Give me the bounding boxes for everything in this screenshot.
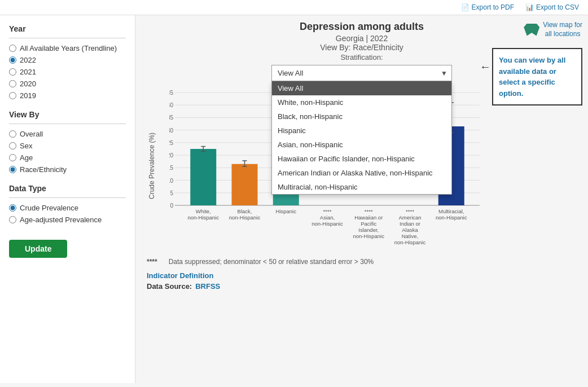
viewby-heading: View By: [9, 110, 126, 119]
dropdown-option-american_indian[interactable]: American Indian or Alaska Native, non-Hi…: [272, 166, 451, 180]
year-radio-2019[interactable]: [9, 92, 16, 99]
viewby-label-race: Race/Ethnicity: [20, 165, 67, 174]
viewby-radio-overall[interactable]: [9, 130, 16, 138]
svg-text:Native,: Native,: [402, 233, 419, 239]
year-option-2019[interactable]: 2019: [9, 91, 126, 100]
year-section: Year All Available Years (Trendline)2022…: [9, 24, 126, 100]
datatype-label-ageadj: Age-adjusted Prevalence: [20, 216, 102, 224]
year-option-all[interactable]: All Available Years (Trendline): [9, 44, 126, 52]
year-label-all: All Available Years (Trendline): [20, 44, 117, 52]
year-label-2020: 2020: [20, 80, 36, 88]
datatype-divider: [9, 197, 126, 198]
year-radio-2020[interactable]: [9, 80, 16, 87]
svg-text:****: ****: [365, 208, 373, 214]
dropdown-option-black[interactable]: Black, non-Hispanic: [272, 109, 451, 124]
year-radio-all[interactable]: [9, 45, 16, 52]
year-option-2020[interactable]: 2020: [9, 80, 126, 88]
svg-text:40: 40: [169, 102, 173, 108]
csv-icon: 📊: [525, 3, 534, 11]
viewby-label-sex: Sex: [20, 142, 32, 150]
viewby-option-sex[interactable]: Sex: [9, 142, 126, 150]
datatype-label-crude: Crude Prevalence: [20, 204, 78, 212]
sidebar: Year All Available Years (Trendline)2022…: [0, 15, 135, 383]
year-radio-group: All Available Years (Trendline)202220212…: [9, 44, 126, 100]
viewby-option-age[interactable]: Age: [9, 153, 126, 162]
viewby-radio-race[interactable]: [9, 166, 16, 173]
svg-text:****: ****: [323, 208, 332, 214]
dropdown-option-hawaiian[interactable]: Hawaiian or Pacific Islander, non-Hispan…: [272, 152, 451, 166]
svg-text:Pacific: Pacific: [361, 221, 376, 227]
update-button[interactable]: Update: [9, 240, 67, 258]
viewby-radio-sex[interactable]: [9, 142, 16, 149]
svg-text:15: 15: [169, 165, 173, 171]
svg-text:20: 20: [169, 152, 173, 159]
indicator-section: Indicator Definition Data Source: BRFSS: [147, 271, 577, 291]
svg-text:10: 10: [169, 178, 173, 184]
year-option-2022[interactable]: 2022: [9, 56, 126, 64]
year-radio-2021[interactable]: [9, 68, 16, 76]
indicator-definition-link[interactable]: Indicator Definition: [147, 271, 213, 280]
svg-text:Alaska: Alaska: [402, 227, 418, 233]
footnote-text: Data suppressed; denominator < 50 or rel…: [169, 258, 374, 266]
year-radio-2022[interactable]: [9, 56, 16, 64]
dropdown-option-white[interactable]: White, non-Hispanic: [272, 95, 451, 109]
svg-text:35: 35: [169, 115, 173, 121]
export-csv-label: Export to CSV: [536, 3, 579, 11]
svg-text:non-Hispanic: non-Hispanic: [188, 214, 220, 221]
dropdown-option-asian[interactable]: Asian, non-Hispanic: [272, 138, 451, 152]
datatype-option-ageadj[interactable]: Age-adjusted Prevalence: [9, 216, 126, 224]
view-map-line1: View map for: [543, 21, 582, 29]
map-icon: [524, 24, 539, 36]
dropdown-option-multiracial[interactable]: Multiracial, non-Hispanic: [272, 180, 451, 194]
svg-text:Multiracial,: Multiracial,: [438, 208, 464, 214]
stratification-dropdown-container: View All ▼ View AllWhite, non-HispanicBl…: [271, 65, 452, 81]
year-option-2021[interactable]: 2021: [9, 68, 126, 76]
svg-text:non-Hispanic: non-Hispanic: [311, 221, 343, 227]
stratification-dropdown-menu: View AllWhite, non-HispanicBlack, non-Hi…: [271, 81, 452, 195]
svg-text:Asian,: Asian,: [320, 214, 335, 221]
svg-text:non-Hispanic: non-Hispanic: [229, 214, 261, 221]
svg-text:non-Hispanic: non-Hispanic: [436, 214, 467, 221]
top-bar: 📄 Export to PDF 📊 Export to CSV: [0, 0, 588, 15]
datatype-radio-crude[interactable]: [9, 204, 16, 212]
year-label-2019: 2019: [20, 91, 36, 100]
svg-text:30: 30: [169, 127, 173, 134]
year-label-2021: 2021: [20, 68, 36, 76]
export-csv-link[interactable]: 📊 Export to CSV: [525, 3, 579, 11]
viewby-option-race[interactable]: Race/Ethnicity: [9, 165, 126, 174]
stratification-dropdown[interactable]: View All: [271, 65, 452, 81]
dropdown-option-all[interactable]: View All: [272, 81, 451, 95]
svg-text:45: 45: [169, 90, 173, 96]
viewby-section: View By OverallSexAgeRace/Ethnicity: [9, 110, 126, 174]
datatype-section: Data Type Crude PrevalenceAge-adjusted P…: [9, 184, 126, 224]
dropdown-option-hispanic[interactable]: Hispanic: [272, 124, 451, 138]
svg-text:5: 5: [170, 190, 173, 196]
bar-1: [232, 164, 258, 205]
viewby-option-overall[interactable]: Overall: [9, 130, 126, 138]
data-source: Data Source: BRFSS: [147, 282, 577, 291]
y-axis-label: Crude Prevalence (%): [148, 87, 156, 245]
viewby-label-age: Age: [20, 153, 33, 162]
svg-text:25: 25: [169, 140, 173, 146]
svg-text:0: 0: [170, 203, 173, 209]
svg-text:White,: White,: [196, 208, 211, 214]
datatype-radio-ageadj[interactable]: [9, 216, 16, 223]
svg-text:non-Hispanic: non-Hispanic: [353, 233, 385, 239]
tooltip-text: You can view by all available data or se…: [499, 56, 565, 98]
view-map-button[interactable]: View map for all locations: [524, 21, 582, 38]
data-source-value-link[interactable]: BRFSS: [195, 282, 220, 291]
datatype-option-crude[interactable]: Crude Prevalence: [9, 204, 126, 212]
bar-0: [190, 149, 216, 205]
tooltip-arrow-icon: ←: [480, 60, 491, 73]
viewby-radio-age[interactable]: [9, 154, 16, 161]
footnote-symbol: ****: [147, 258, 157, 266]
svg-text:Hispanic: Hispanic: [276, 208, 297, 214]
data-source-label: Data Source:: [147, 282, 192, 291]
datatype-radio-group: Crude PrevalenceAge-adjusted Prevalence: [9, 204, 126, 224]
pdf-icon: 📄: [461, 3, 469, 11]
export-pdf-label: Export to PDF: [472, 3, 514, 11]
viewby-label-overall: Overall: [20, 130, 43, 138]
year-label-2022: 2022: [20, 56, 36, 64]
view-map-label: View map for all locations: [543, 21, 582, 38]
export-pdf-link[interactable]: 📄 Export to PDF: [461, 3, 514, 11]
